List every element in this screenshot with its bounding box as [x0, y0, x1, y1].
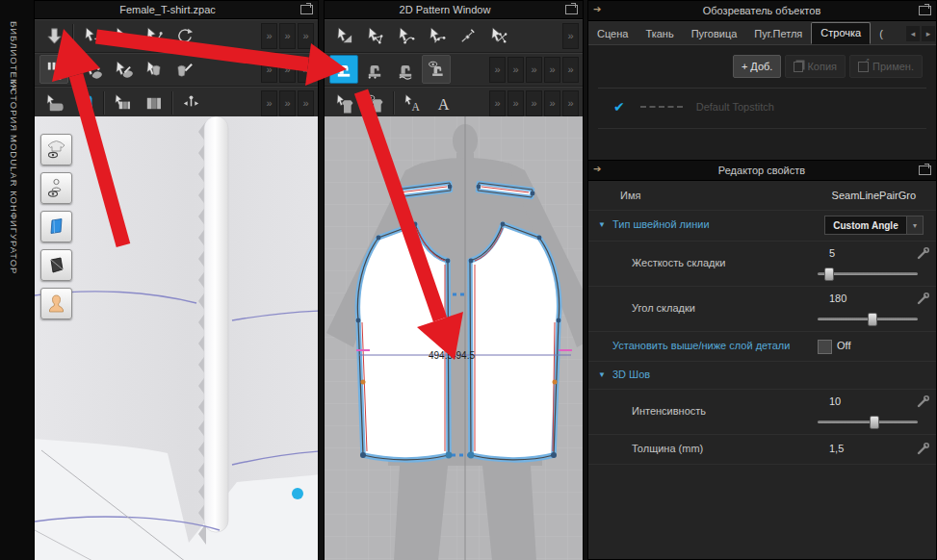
free-sewing-icon[interactable] — [391, 55, 420, 84]
seam-type-dropdown[interactable]: Custom Angle — [824, 216, 924, 235]
show-sewing-icon[interactable] — [422, 55, 451, 84]
fold-garment-icon[interactable] — [169, 55, 198, 84]
seam3d-section-label[interactable]: 3D Шов — [612, 369, 650, 380]
text-large-icon[interactable]: A — [429, 89, 457, 117]
edit-curve-icon[interactable] — [391, 21, 420, 50]
overflow-chevron-icon[interactable] — [526, 90, 542, 116]
overflow-chevron-icon[interactable] — [298, 23, 314, 49]
overflow-chevron-icon[interactable] — [489, 90, 506, 116]
undock-window-icon[interactable] — [300, 5, 313, 14]
overflow-chevron-icon[interactable] — [508, 90, 524, 116]
add-button[interactable]: + Доб. — [733, 55, 782, 78]
show-avatar-head-icon[interactable] — [40, 288, 72, 319]
dock-arrow-icon[interactable] — [593, 165, 605, 175]
overflow-chevron-icon[interactable] — [261, 23, 277, 49]
show-pattern-icon[interactable] — [360, 89, 389, 117]
show-garment-icon[interactable] — [40, 134, 72, 165]
intensity-value[interactable]: 10 — [829, 395, 841, 407]
edit-curve-point-icon[interactable] — [422, 21, 451, 50]
overflow-chevron-icon[interactable] — [261, 90, 277, 116]
tab-scroll-right-icon[interactable]: ▸ — [922, 26, 935, 41]
property-editor-header[interactable]: Редактор свойств — [588, 161, 936, 181]
tab-button[interactable]: Пуговица — [683, 24, 746, 44]
overflow-chevron-icon[interactable] — [279, 23, 296, 49]
sidebar-item-modular-configurator[interactable]: MODULAR КОНФИГУРАТОР — [9, 135, 19, 274]
overflow-chevron-icon[interactable] — [544, 90, 560, 116]
collapse-arrow-icon[interactable] — [598, 220, 606, 229]
fold-strength-value[interactable]: 5 — [829, 247, 835, 259]
wrench-icon[interactable] — [916, 442, 930, 456]
check-icon[interactable] — [613, 99, 625, 115]
pin-tool-icon[interactable] — [139, 21, 168, 50]
overflow-chevron-icon[interactable] — [279, 57, 296, 83]
overflow-chevron-icon[interactable] — [526, 57, 542, 83]
show-avatar-icon[interactable] — [40, 172, 72, 204]
overflow-chevron-icon[interactable] — [562, 90, 579, 116]
segment-sewing-icon[interactable] — [360, 55, 389, 84]
fold-angle-slider[interactable] — [818, 318, 918, 320]
wrench-icon[interactable] — [916, 246, 930, 261]
transform-pattern-icon[interactable] — [329, 21, 358, 50]
overflow-chevron-icon[interactable] — [562, 57, 579, 83]
overflow-chevron-icon[interactable] — [261, 57, 277, 83]
copy-button[interactable]: Копия — [785, 55, 846, 78]
fold-strength-slider[interactable] — [818, 272, 918, 275]
tab-partial[interactable]: ( — [871, 24, 889, 44]
thickness-value[interactable]: 1,5 — [829, 443, 844, 454]
overflow-chevron-icon[interactable] — [562, 23, 579, 49]
collapse-arrow-icon[interactable] — [598, 370, 606, 379]
name-value[interactable]: SeamLinePairGro — [832, 190, 916, 201]
move-garment-icon[interactable] — [139, 55, 168, 84]
slider-thumb[interactable] — [868, 313, 877, 326]
tab-buttonhole[interactable]: Пуг.Петля — [745, 24, 811, 44]
wrench-icon[interactable] — [916, 292, 930, 306]
pin-arrows-icon[interactable] — [176, 89, 205, 117]
viewport-3d[interactable] — [35, 116, 318, 560]
undock-window-icon[interactable] — [919, 6, 931, 15]
add-point-icon[interactable] — [453, 21, 482, 50]
layer-checkbox[interactable] — [818, 340, 832, 354]
sewing-pen-3d-icon[interactable] — [108, 55, 137, 84]
fold-angle-value[interactable]: 180 — [829, 293, 846, 304]
overflow-chevron-icon[interactable] — [544, 57, 560, 83]
window-3d-titlebar[interactable]: Female_T-shirt.zpac — [35, 1, 318, 19]
intensity-slider[interactable] — [818, 420, 918, 423]
tack-on-avatar-icon[interactable] — [77, 55, 106, 84]
tab-topstitch[interactable]: Строчка — [811, 22, 871, 44]
slider-thumb[interactable] — [870, 416, 879, 429]
fabric-roll-icon[interactable] — [39, 89, 68, 117]
tab-scene[interactable]: Сцена — [588, 24, 637, 44]
sidebar-item-history[interactable]: ИСТОРИЯ — [9, 81, 19, 132]
undock-window-icon[interactable] — [565, 5, 578, 14]
select-mesh-icon[interactable] — [108, 21, 137, 50]
slider-thumb[interactable] — [824, 267, 834, 281]
edit-sewing-icon[interactable] — [329, 55, 358, 84]
texture-dark-icon[interactable] — [139, 89, 168, 117]
dock-arrow-icon[interactable] — [593, 6, 605, 15]
apply-button[interactable]: Примен. — [849, 55, 923, 78]
simulate-icon[interactable] — [39, 21, 68, 50]
overflow-chevron-icon[interactable] — [298, 57, 314, 83]
select-move-icon[interactable] — [77, 21, 106, 50]
tab-scroll-left-icon[interactable]: ◂ — [906, 26, 920, 41]
rotate-gizmo-icon[interactable] — [169, 21, 198, 50]
undock-window-icon[interactable] — [919, 165, 931, 175]
list-item-topstitch[interactable]: Default Topstitch — [588, 95, 936, 118]
text-small-icon[interactable]: A — [398, 89, 427, 117]
fabric-roll-active-icon[interactable] — [70, 89, 99, 117]
overflow-chevron-icon[interactable] — [279, 90, 296, 116]
tab-fabric[interactable]: Ткань — [637, 24, 682, 44]
window-2d-titlebar[interactable]: 2D Pattern Window — [325, 1, 583, 19]
pause-sync-icon[interactable] — [39, 55, 68, 84]
selection-point-3d[interactable] — [292, 488, 303, 499]
wrench-icon[interactable] — [916, 395, 930, 409]
show-pattern-dark-icon[interactable] — [40, 249, 72, 281]
overflow-chevron-icon[interactable] — [489, 57, 506, 83]
edit-subdivision-icon[interactable] — [483, 21, 512, 50]
overflow-chevron-icon[interactable] — [298, 90, 314, 116]
pattern-piece-icon[interactable] — [329, 89, 358, 117]
layer-label[interactable]: Установить выше/ниже слой детали — [612, 340, 790, 351]
texture-light-icon[interactable] — [108, 89, 137, 117]
seam-type-section-label[interactable]: Тип швейной линии — [612, 218, 710, 230]
object-browser-header[interactable]: Обозреватель объектов — [588, 1, 936, 21]
